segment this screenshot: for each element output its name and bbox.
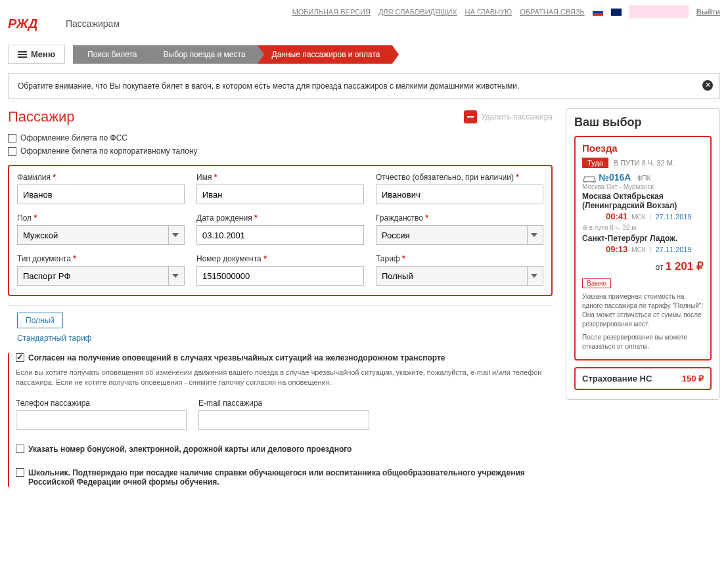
email-label: E-mail пассажира [198, 399, 369, 408]
consent-checkbox[interactable] [16, 353, 24, 362]
logo-subtitle: Пассажирам [66, 18, 120, 29]
price: от 1 201 ₽ [582, 259, 704, 273]
email-input[interactable] [198, 410, 369, 430]
middlename-label: Отчество (обязательно, при наличии) * [376, 173, 543, 182]
passenger-title: Пассажир [8, 108, 75, 125]
consent-text: Если вы хотите получать оповещения об из… [16, 368, 553, 388]
minus-icon [464, 110, 477, 123]
step-select[interactable]: Выбор поезда и места [149, 45, 258, 64]
citizenship-select[interactable]: Россия [376, 225, 543, 245]
lastname-input[interactable] [17, 185, 185, 204]
lang-ru-icon[interactable] [593, 9, 603, 16]
transit-time: ⊕ в пути 8 ч. 32 м. [582, 224, 704, 231]
logout-link[interactable]: Выйти [696, 8, 720, 16]
user-block[interactable] [629, 5, 689, 18]
passenger-form: Фамилия * Имя * Отчество (обязательно, п… [8, 165, 553, 296]
link-accessibility[interactable]: ДЛЯ СЛАБОВИДЯЩИХ [378, 8, 457, 16]
dob-label: Дата рождения * [196, 213, 364, 223]
firstname-input[interactable] [196, 185, 364, 204]
step-passenger[interactable]: Данные пассажиров и оплата [258, 45, 392, 64]
gender-select[interactable]: Мужской [17, 225, 185, 245]
notice-banner: Обратите внимание, что Вы покупаете биле… [8, 73, 720, 99]
school-checkbox[interactable] [16, 468, 24, 477]
doctype-select[interactable]: Паспорт РФ [17, 266, 185, 286]
insurance-row[interactable]: Страхование НС 150 ₽ [574, 367, 712, 390]
citizenship-label: Гражданство * [376, 213, 543, 223]
tariff-standard-link[interactable]: Стандартный тариф [17, 334, 553, 343]
tariff-label: Тариф * [376, 254, 543, 263]
fss-checkbox[interactable] [8, 134, 16, 142]
firstname-label: Имя * [196, 173, 364, 182]
link-feedback[interactable]: ОБРАТНАЯ СВЯЗЬ [520, 8, 585, 16]
docnum-input[interactable] [196, 266, 364, 286]
phone-input[interactable] [16, 410, 187, 430]
middlename-input[interactable] [376, 185, 543, 204]
corp-checkbox[interactable] [8, 147, 16, 156]
from-date: 27.11.2019 [656, 213, 692, 221]
train-icon [582, 174, 597, 183]
breadcrumb: Поиск билета Выбор поезда и места Данные… [73, 45, 392, 64]
docnum-label: Номер документа * [196, 254, 364, 263]
phone-label: Телефон пассажира [16, 399, 187, 408]
trains-label: Поезда [582, 142, 704, 154]
route: Москва Окт - Мурманск [582, 183, 704, 190]
train-company: ФПК [637, 175, 651, 182]
choice-panel: Ваш выбор Поезда Туда В ПУТИ 8 Ч. 32 М. … [566, 108, 720, 400]
train-number[interactable]: №016А [599, 172, 631, 183]
price-note: Указана примерная стоимость на одного па… [582, 292, 704, 329]
rzd-logo-icon[interactable]: РЖД [8, 13, 60, 34]
tariff-tab[interactable]: Полный [17, 313, 63, 328]
direction-badge: Туда [582, 158, 608, 168]
important-badge: Важно [582, 278, 611, 288]
lastname-label: Фамилия * [17, 173, 185, 182]
from-station: Москва Октябрьская (Ленинградский Вокзал… [582, 192, 704, 210]
school-label: Школьник. Подтверждаю при посадке наличи… [28, 468, 553, 487]
duration-top: В ПУТИ 8 Ч. 32 М. [614, 159, 675, 167]
bonus-label: Указать номер бонусной, электронной, дор… [28, 445, 352, 454]
menu-button[interactable]: Меню [8, 45, 65, 64]
svg-text:РЖД: РЖД [8, 16, 38, 31]
lang-en-icon[interactable] [611, 9, 622, 16]
choice-title: Ваш выбор [574, 116, 712, 129]
link-home[interactable]: НА ГЛАВНУЮ [465, 8, 512, 16]
gender-label: Пол * [17, 213, 185, 223]
to-date: 27.11.2019 [656, 246, 692, 253]
link-mobile[interactable]: МОБИЛЬНАЯ ВЕРСИЯ [292, 8, 371, 16]
to-time: 09:13 [606, 244, 627, 254]
cancel-note: После резервирования вы можете отказатьс… [582, 333, 704, 351]
tariff-select[interactable]: Полный [376, 266, 543, 286]
consent-label: Согласен на получение оповещений в случа… [28, 353, 445, 362]
to-station: Санкт-Петербург Ладож. [582, 234, 704, 243]
burger-icon [18, 51, 27, 58]
from-time: 00:41 [606, 211, 627, 221]
doctype-label: Тип документа * [17, 254, 185, 263]
delete-passenger-button[interactable]: Удалить пассажира [464, 110, 553, 123]
dob-input[interactable] [196, 225, 364, 245]
step-search[interactable]: Поиск билета [73, 45, 148, 64]
bonus-checkbox[interactable] [16, 445, 24, 453]
close-icon[interactable]: ✕ [702, 80, 713, 91]
